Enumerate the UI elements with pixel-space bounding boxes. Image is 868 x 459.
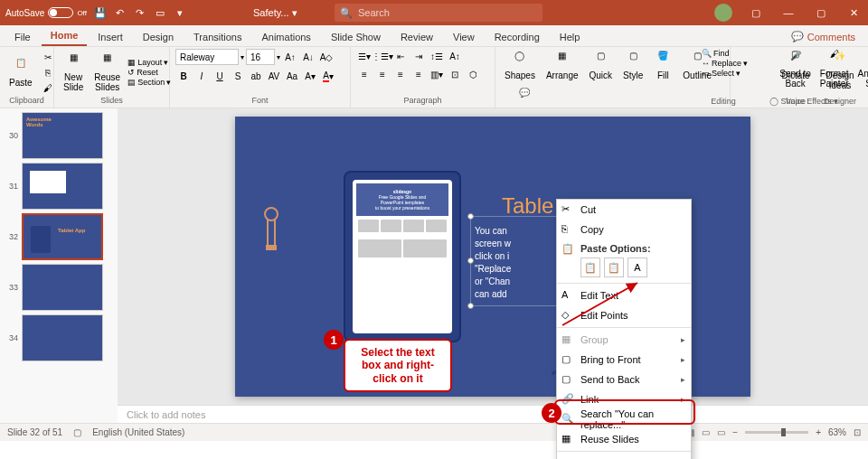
font-size-input[interactable]: 16 (246, 49, 275, 65)
decrease-font-icon[interactable]: A↓ (300, 50, 316, 64)
tab-animations[interactable]: Animations (252, 28, 319, 46)
bullets-button[interactable]: ☰▾ (356, 49, 373, 63)
thumbnail-panel[interactable]: 30Awesome Words 31 32Tablet App 33 34 (0, 108, 118, 423)
tab-file[interactable]: File (5, 28, 40, 46)
slide-thumb-34[interactable] (22, 314, 103, 361)
redo-icon[interactable]: ↷ (134, 6, 146, 19)
zoom-level[interactable]: 63% (828, 427, 846, 437)
increase-font-icon[interactable]: A↑ (282, 50, 298, 64)
slide-thumb-31[interactable] (22, 163, 103, 210)
paste-dest-theme[interactable]: 📋 (580, 258, 600, 277)
indent-dec-button[interactable]: ⇤ (392, 49, 409, 63)
status-language[interactable]: English (United States) (92, 427, 184, 437)
spacing-button[interactable]: AV (266, 69, 282, 83)
section-button[interactable]: ▤ Section ▾ (127, 78, 171, 87)
tab-help[interactable]: Help (551, 28, 590, 46)
autosave-toggle[interactable]: AutoSave Off (5, 7, 87, 18)
tab-view[interactable]: View (444, 28, 484, 46)
slide-title-text[interactable]: Table (502, 193, 553, 219)
ctx-copy[interactable]: ⎘Copy (557, 220, 691, 239)
arrange-button[interactable]: ▦Arrange (542, 49, 582, 82)
ctx-reuse[interactable]: ▦Reuse Slides (557, 429, 691, 449)
find-button[interactable]: 🔍 Find (702, 49, 730, 58)
arrange-icon: ▦ (553, 51, 571, 69)
slide-thumb-32[interactable]: Tablet App (22, 213, 103, 260)
fill-button[interactable]: 🪣Fill (650, 49, 675, 82)
dictate-button[interactable]: 🎤Dictate (783, 49, 808, 82)
zoom-in-button[interactable]: + (816, 427, 821, 437)
slide-thumb-30[interactable]: Awesome Words (22, 112, 103, 159)
undo-icon[interactable]: ↶ (114, 6, 127, 19)
columns-button[interactable]: ▥▾ (429, 67, 445, 81)
qat-dropdown-icon[interactable]: ▾ (174, 6, 186, 19)
style-button[interactable]: ▢Style (619, 49, 646, 82)
format-painter-button[interactable]: 🖌 (40, 80, 56, 95)
maximize-icon[interactable]: ▢ (807, 0, 835, 25)
align-text-button[interactable]: ⊡ (447, 67, 463, 81)
ctx-bring-front[interactable]: ▢Bring to Front▸ (557, 350, 691, 370)
design-ideas-button[interactable]: ✨Design Ideas (823, 49, 857, 92)
tab-design[interactable]: Design (134, 28, 183, 46)
slide-thumb-33[interactable] (22, 264, 103, 311)
select-button[interactable]: ▭ Select ▾ (702, 69, 741, 78)
ctx-send-back[interactable]: ▢Send to Back▸ (557, 370, 691, 389)
font-color-button[interactable]: A▾ (320, 69, 336, 83)
ctx-link[interactable]: 🔗Link▸ (557, 389, 691, 409)
smartart-button[interactable]: ⬡ (465, 67, 481, 81)
reuse-slides-button[interactable]: ▦ Reuse Slides (90, 51, 124, 94)
case-button[interactable]: Aa (284, 69, 300, 83)
align-right-button[interactable]: ≡ (392, 67, 409, 81)
zoom-out-button[interactable]: − (732, 427, 738, 437)
zoom-slider[interactable] (745, 431, 808, 434)
paste-text-only[interactable]: A (627, 258, 647, 277)
text-direction-button[interactable]: A↕ (447, 49, 463, 63)
minimize-icon[interactable]: — (774, 0, 803, 25)
strike-button[interactable]: S (230, 69, 246, 83)
comments-button[interactable]: 💬 Comments (784, 27, 863, 46)
notes-pane[interactable]: Click to add notes (118, 405, 868, 423)
ribbon-display-icon[interactable]: ▢ (741, 0, 770, 25)
align-left-button[interactable]: ≡ (356, 67, 373, 81)
cut-button[interactable]: ✂ (40, 50, 56, 64)
ctx-cut[interactable]: ✂Cut (557, 200, 691, 220)
ctx-search[interactable]: 🔍Search "You can replace..." (557, 409, 691, 429)
replace-button[interactable]: ↔ Replace ▾ (702, 59, 748, 68)
tab-transitions[interactable]: Transitions (184, 28, 250, 46)
view-slideshow-icon[interactable]: ▭ (717, 427, 725, 437)
ctx-save-picture[interactable]: Save as Picture... (557, 454, 691, 459)
tab-slideshow[interactable]: Slide Show (322, 28, 390, 46)
document-title[interactable]: Safety... ▾ (253, 7, 297, 19)
highlight-button[interactable]: A▾ (302, 69, 318, 83)
view-reading-icon[interactable]: ▭ (702, 427, 710, 437)
quick-styles-button[interactable]: ▢Quick (586, 49, 617, 82)
search-input[interactable]: 🔍 Search (335, 4, 542, 22)
justify-button[interactable]: ≡ (410, 67, 427, 81)
reset-button[interactable]: ↺ Reset (127, 68, 171, 77)
indent-inc-button[interactable]: ⇥ (410, 49, 427, 63)
start-slideshow-icon[interactable]: ▭ (154, 6, 166, 19)
tab-home[interactable]: Home (42, 26, 88, 46)
shadow-button[interactable]: ab (248, 69, 264, 83)
paste-button[interactable]: 📋 Paste (5, 56, 36, 89)
save-icon[interactable]: 💾 (94, 6, 107, 19)
fit-window-icon[interactable]: ⊡ (854, 427, 861, 437)
italic-button[interactable]: I (193, 69, 210, 83)
bold-button[interactable]: B (175, 69, 192, 83)
numbering-button[interactable]: ⋮☰▾ (374, 49, 391, 63)
close-icon[interactable]: ✕ (839, 0, 868, 25)
tab-recording[interactable]: Recording (486, 28, 549, 46)
tab-insert[interactable]: Insert (89, 28, 132, 46)
accessibility-icon[interactable]: ▢ (73, 427, 81, 437)
font-name-input[interactable]: Raleway (175, 49, 239, 65)
underline-button[interactable]: U (212, 69, 228, 83)
tab-review[interactable]: Review (392, 28, 442, 46)
clear-format-icon[interactable]: A◇ (318, 50, 335, 64)
shapes-button[interactable]: ◯Shapes (501, 49, 539, 82)
paste-keep-format[interactable]: 📋 (604, 258, 624, 277)
align-center-button[interactable]: ≡ (374, 67, 391, 81)
user-avatar[interactable] (714, 4, 732, 22)
layout-button[interactable]: ▦ Layout ▾ (127, 58, 171, 67)
new-slide-button[interactable]: ▦ New Slide (60, 51, 87, 94)
line-spacing-button[interactable]: ↕☰ (429, 49, 445, 63)
copy-button[interactable]: ⎘ (40, 65, 56, 80)
